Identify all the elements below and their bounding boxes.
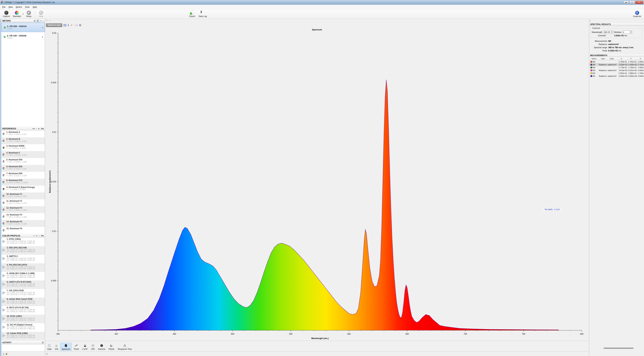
meters-remove-button[interactable]: − (42, 20, 44, 22)
measurement-row[interactable]: M61.756e-011.762e-011.055e- (589, 60, 644, 63)
exit-panel-icon[interactable]: [+ (46, 353, 48, 355)
reference-item[interactable]: 8. Illuminant D75Y: 100 x: 0.2990 y: 0.3… (1, 179, 45, 186)
color-profile-item[interactable]: 3. SMPTE-CxR: 0.6300 xG: 0.3100 xB: 0.15… (1, 255, 45, 263)
window-value[interactable]: 4 (622, 31, 630, 34)
tab-l-a-b-[interactable]: L*a*b* (81, 343, 89, 351)
menu-view[interactable]: View (7, 5, 14, 9)
chart-area[interactable]: ✛ ⇿ Switch to data λ ↗ Spectrum 35040045… (45, 19, 589, 341)
references-add-button[interactable]: +▾ (32, 127, 34, 130)
reference-item[interactable]: 4. Illuminant CY: 100 x: 0.3100 y: 0.316 (1, 151, 45, 158)
reference-item[interactable]: 5. Illuminant D50Y: 100 x: 0.3456 y: 0.3… (1, 158, 45, 165)
window-spinner[interactable]: 4 ▲▼ (622, 31, 632, 34)
column-header-type[interactable]: Type (598, 58, 607, 60)
reference-item[interactable]: 10. Illuminant F1Y: 100 x: 0.3130 y: 0.3… (1, 193, 45, 199)
tab-trend[interactable]: Trend (72, 343, 80, 351)
menu-file[interactable]: File (1, 5, 7, 9)
export-button[interactable]: Export (187, 10, 197, 18)
reference-item[interactable]: 14. Illuminant F5Y: 100 x: 0.3137 y: 0.3… (1, 220, 45, 227)
tab-cie[interactable]: CIE (54, 343, 60, 351)
inspector-button[interactable]: i Inspector (632, 10, 643, 18)
meter-item[interactable]: 2. CR-100 - A00228COM3▶ (1, 32, 45, 42)
measurement-row[interactable]: M41.776e-011.740e-011.492e- (589, 66, 644, 69)
column-header-z[interactable]: Z (638, 58, 644, 60)
panel-collapse-icon[interactable]: ✛ (590, 20, 591, 22)
color-profile-item[interactable]: 4. PAL/SECAM (1970)xR: 0.6400 xG: 0.2900… (1, 263, 45, 272)
reference-item[interactable]: 6. Illuminant D55Y: 100 x: 0.3323 y: 0.3… (1, 165, 45, 172)
maximize-button[interactable]: ▢ (629, 1, 635, 4)
reference-item[interactable]: 12. Illuminant F3Y: 100 x: 0.4090 y: 0.3… (1, 206, 45, 213)
reference-item[interactable]: 9. Illuminant E (Equal Energy)Y: 1 x: 0.… (1, 186, 45, 193)
reference-item[interactable]: 1. Illuminant AY: 100 x: 0.4475 y: 0.407 (1, 130, 45, 137)
wavelength-up-arrow[interactable]: ▲ (611, 31, 613, 32)
table-view-icon[interactable] (64, 24, 66, 26)
references-settings-icon[interactable]: ⚙▾ (41, 127, 44, 130)
meter-expand-arrow[interactable]: ▶ (42, 36, 44, 38)
tab-cri[interactable]: CRI (90, 343, 96, 351)
trend-line-icon[interactable]: ↗ (70, 24, 72, 27)
tab-flicker[interactable]: Flicker (107, 343, 116, 351)
color-profile-item[interactable]: 7. CIE (1931) RGBxR: 0.7350 xG: 0.2740 x… (1, 289, 45, 298)
column-header-x[interactable]: X (618, 58, 628, 60)
color-profile-item[interactable]: 1. NTSC (1953)xR: 0.6700 xG: 0.2100 xB: … (1, 238, 45, 246)
menu-help[interactable]: Help (31, 5, 38, 9)
spectrum-plot[interactable]: 3504004505005506006507007508000.0050.010… (45, 19, 588, 341)
setup-button[interactable]: Setup (24, 10, 34, 18)
profiles-add-button[interactable]: + (33, 235, 34, 237)
meters-live-icon[interactable]: ⌖ (36, 20, 39, 22)
color-profile-item[interactable]: 6. UHDTV (ITU-R BT.2020)xR: 0.7080 xG: 0… (1, 280, 45, 289)
window-up-arrow[interactable]: ▲ (630, 31, 632, 32)
reference-item[interactable]: 13. Illuminant F4Y: 100 x: 0.4401 y: 0.4… (1, 213, 45, 220)
tab-data[interactable]: Data (46, 343, 53, 351)
references-remove-button[interactable]: − (36, 127, 37, 130)
reference-item[interactable]: 7. Illuminant D65Y: 100 x: 0.3127 y: 0.3… (1, 172, 45, 179)
meters-add-button[interactable]: + (40, 20, 42, 22)
references-apply-icon[interactable]: ↩ (38, 127, 40, 130)
spectrum-colorwheel-icon[interactable] (79, 24, 82, 26)
color-profile-item[interactable]: 12. Adobe RGB (1998)xR: 0.6400 xG: 0.210… (1, 332, 45, 340)
tab-response-time[interactable]: Response Time (116, 343, 133, 351)
reference-item[interactable]: 3. Illuminant 9300KY: 1 x: 0.2848 y: 0.2… (1, 144, 45, 151)
menu-tools[interactable]: Tools (24, 5, 31, 9)
measurement-row[interactable]: M5Radiancewatts/sr/m²3.328e+023.649e+022… (589, 63, 644, 66)
datalog-button[interactable]: Data Log (197, 10, 208, 18)
standard-button[interactable]: Standard (12, 10, 22, 18)
resize-icon[interactable]: ⇿ (49, 19, 51, 22)
pan-crosshair-icon[interactable]: ✛ (46, 19, 48, 22)
reference-item[interactable]: 11. Illuminant F2Y: 100 x: 0.3720 y: 0.3… (1, 199, 45, 206)
color-profile-item[interactable]: 9. HDTV (ITU-R BT.709)xR: 0.6400 xG: 0.3… (1, 306, 45, 315)
color-profile-item[interactable]: 8. Adobe Wide Gamut RGBxR: 0.7350 xG: 0.… (1, 298, 45, 306)
scrollbar-thumb[interactable] (604, 347, 634, 349)
profiles-expand-icon[interactable]: ↗ (36, 235, 38, 237)
reference-item[interactable]: 2. Illuminant BY: 100 x: 0.3484 y: 0.351 (1, 137, 45, 144)
close-button[interactable]: ✕ (635, 1, 643, 4)
switch-to-data-button[interactable]: Switch to data (46, 23, 62, 27)
tab-gamma[interactable]: PGamma (96, 343, 106, 351)
column-header-y[interactable]: Y (628, 58, 638, 60)
measurement-row[interactable]: M22.002e-011.980e-011.735e- (589, 72, 644, 75)
wavelength-value[interactable]: 380.00 (603, 31, 611, 34)
profiles-remove-button[interactable]: − (38, 235, 40, 237)
minimize-button[interactable]: ▬ (623, 1, 629, 4)
grid-toggle-icon[interactable] (75, 24, 78, 26)
menu-device[interactable]: Device (14, 5, 24, 9)
color-profile-item[interactable]: 10. NTSC (1987)xR: 0.6300 xG: 0.3100 xB:… (1, 315, 45, 323)
meter-item[interactable]: 1. CR-250 - A00134COM7▶ (1, 23, 45, 32)
color-profile-item[interactable]: 5. sRGB (IEC 61966-2-1:1999)xR: 0.6400 x… (1, 272, 45, 280)
measurement-row[interactable]: M3Radiancewatts/sr/m²3.413e+023.611e+023… (589, 69, 644, 72)
color-profile-item[interactable]: 2. EBU (PAL/SECAM)xR: 0.6400 xG: 0.2900 … (1, 246, 45, 255)
meter-expand-arrow[interactable]: ▶ (42, 27, 43, 28)
wavelength-spinner[interactable]: 380.00 ▲▼ (603, 31, 613, 34)
capture-button[interactable]: Capture (1, 10, 12, 18)
profiles-settings-icon[interactable]: ⚙▾ (41, 235, 44, 237)
wavelength-down-arrow[interactable]: ▼ (611, 32, 613, 34)
meters-history-icon[interactable]: ◷ (34, 20, 36, 22)
standard-dropdown-arrow[interactable]: ▼ (22, 13, 24, 15)
column-header-units[interactable]: Units (607, 58, 618, 60)
column-header-name[interactable]: Name (589, 58, 598, 60)
color-profile-item[interactable]: 11. DCI P3 (Digital Cinema)xR: 0.6800 xG… (1, 323, 45, 332)
tab-spectrum[interactable]: Spectrum (60, 343, 72, 351)
reference-item[interactable]: 15. Illuminant F6 (1, 227, 45, 234)
lambda-icon[interactable]: λ (68, 24, 69, 27)
measurement-row[interactable]: M1Radiancewatts/sr/m²3.494e+023.660e+024… (589, 75, 644, 77)
measurements-hscrollbar[interactable] (589, 347, 644, 349)
